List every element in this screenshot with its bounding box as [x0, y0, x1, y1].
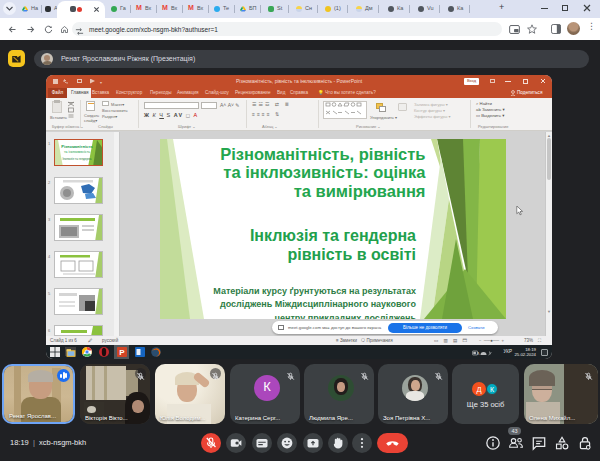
- svg-text:та інклюзивність: оцінка: та інклюзивність: оцінка: [223, 163, 426, 181]
- svg-text:центру прикладних досліджень: центру прикладних досліджень: [274, 313, 416, 320]
- svg-text:Матеріали курсу ґрунтуються на: Матеріали курсу ґрунтуються на результат…: [213, 286, 416, 296]
- svg-text:Інклюзія та гендерна: Інклюзія та гендерна: [250, 227, 416, 244]
- svg-text:досліджень Міждисциплінарного: досліджень Міждисциплінарного наукового: [220, 299, 416, 309]
- svg-text:Різноманітність, рівність: Різноманітність, рівність: [220, 145, 425, 163]
- svg-text:P: P: [119, 348, 125, 357]
- svg-text:та інклюзивність: та інклюзивність: [64, 150, 90, 154]
- svg-text:Інклюзія та гендерна: Інклюзія та гендерна: [63, 157, 92, 161]
- svg-text:рівність в освіті: рівність в освіті: [288, 246, 416, 263]
- svg-text:Різноманітність: Різноманітність: [61, 144, 93, 149]
- svg-text:та вимірювання: та вимірювання: [294, 182, 426, 200]
